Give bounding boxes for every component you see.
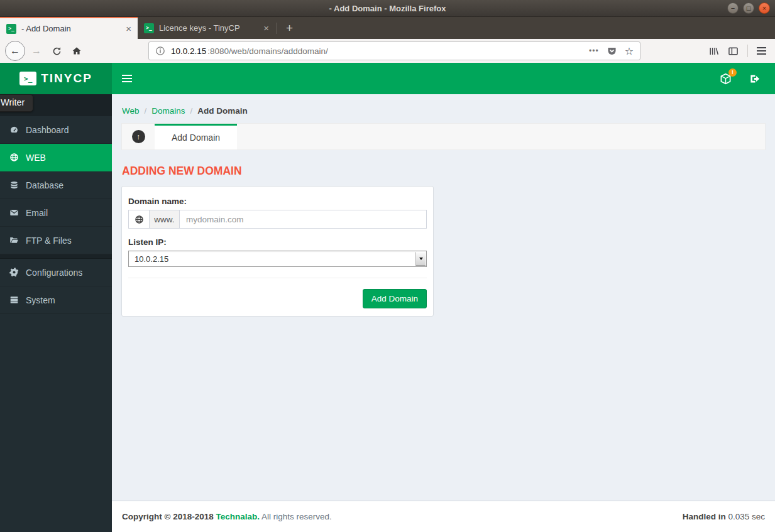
back-button[interactable]: ← <box>5 41 25 61</box>
os-tooltip-writer: Writer <box>0 94 33 112</box>
forward-button[interactable]: → <box>28 42 45 60</box>
update-badge: ! <box>728 68 737 77</box>
tinycp-app: >_ TINYCP MENU Dashboard WEB Database <box>0 63 775 532</box>
tinycp-logo[interactable]: >_ TINYCP <box>0 63 112 94</box>
folder-icon <box>9 236 19 245</box>
close-button[interactable]: × <box>759 3 770 14</box>
tab-close-icon[interactable]: × <box>263 23 269 33</box>
menu-icon[interactable] <box>757 47 766 55</box>
copyright-years: Copyright © 2018-2018 <box>122 512 214 521</box>
window-controls: − □ × <box>727 3 770 14</box>
home-button[interactable] <box>68 42 85 60</box>
sidebar-item-web[interactable]: WEB <box>0 144 112 171</box>
browser-tab-add-domain[interactable]: >_ - Add Domain × <box>0 17 138 39</box>
toolbar-right <box>708 45 770 57</box>
page-actions-icon[interactable]: ••• <box>589 46 599 55</box>
browser-tab-licence-keys[interactable]: >_ Licence keys - TinyCP × <box>138 17 275 39</box>
sidebar-item-label: Email <box>26 208 48 218</box>
tab-add-domain[interactable]: Add Domain <box>155 124 237 149</box>
sign-out-icon[interactable] <box>749 73 761 85</box>
sidebar-item-label: System <box>26 295 55 305</box>
sidebar-item-database[interactable]: Database <box>0 171 112 199</box>
tab-separator <box>277 23 277 34</box>
left-column: >_ TINYCP MENU Dashboard WEB Database <box>0 63 112 532</box>
sidebar-item-ftp-files[interactable]: FTP & Files <box>0 227 112 254</box>
library-icon[interactable] <box>708 46 719 57</box>
sidebar-item-system[interactable]: System <box>0 286 112 314</box>
add-domain-button[interactable]: Add Domain <box>363 289 427 308</box>
app-footer: Copyright © 2018-2018 Technalab. All rig… <box>112 501 775 532</box>
handled-value: 0.035 sec <box>728 512 765 521</box>
sidebar-item-label: FTP & Files <box>26 236 72 246</box>
tinycp-favicon-icon: >_ <box>144 23 154 33</box>
sidebar-divider <box>0 254 112 259</box>
url-bar[interactable]: 10.0.2.15:8080/web/domains/adddomain/ ••… <box>148 41 640 60</box>
globe-icon <box>135 215 144 224</box>
breadcrumb-current: Add Domain <box>197 106 248 116</box>
domain-input-group: www. <box>128 210 427 229</box>
maximize-button[interactable]: □ <box>743 3 754 14</box>
toolbar-divider <box>747 45 748 57</box>
url-host: 10.0.2.15 <box>171 46 206 56</box>
breadcrumb-separator: / <box>145 106 147 116</box>
gear-icon <box>9 268 19 277</box>
app-navbar: ! <box>112 63 775 94</box>
browser-toolbar: ← → 10.0.2.15:8080/web/domains/adddomain… <box>0 39 775 63</box>
info-icon[interactable] <box>155 46 165 56</box>
domain-name-label: Domain name: <box>128 197 427 206</box>
sidebar-item-label: Database <box>26 180 63 190</box>
up-button[interactable]: ↑ <box>122 124 155 149</box>
window-title: - Add Domain - Mozilla Firefox <box>329 4 446 13</box>
dashboard-icon <box>9 125 19 134</box>
screen: - Add Domain - Mozilla Firefox − □ × >_ … <box>0 0 775 532</box>
tab-title: - Add Domain <box>21 24 121 33</box>
tab-title: Licence keys - TinyCP <box>159 23 258 33</box>
url-path: :8080/web/domains/adddomain/ <box>207 46 327 56</box>
terminal-logo-icon: >_ <box>19 72 36 85</box>
breadcrumb-separator: / <box>190 106 193 116</box>
server-icon <box>9 295 19 305</box>
breadcrumb-web[interactable]: Web <box>122 106 140 116</box>
listen-ip-select[interactable]: 10.0.2.15 <box>128 251 427 267</box>
form-divider <box>128 278 427 278</box>
browser-tabbar: >_ - Add Domain × >_ Licence keys - Tiny… <box>0 17 775 39</box>
breadcrumb-domains[interactable]: Domains <box>151 106 185 116</box>
sidebar-item-configurations[interactable]: Configurations <box>0 259 112 286</box>
technalab-link[interactable]: Technalab. <box>216 512 260 521</box>
minimize-button[interactable]: − <box>727 3 739 14</box>
main-column: ! Web / Domains / Add Domain ↑ A <box>112 63 775 532</box>
up-arrow-icon: ↑ <box>132 130 145 143</box>
sidebar-item-label: WEB <box>26 153 46 163</box>
tinycp-favicon-icon: >_ <box>6 24 16 34</box>
listen-ip-label: Listen IP: <box>128 237 427 247</box>
window-titlebar: - Add Domain - Mozilla Firefox − □ × <box>0 0 775 17</box>
content-tabstrip: ↑ Add Domain <box>121 123 766 150</box>
reload-icon <box>52 46 62 56</box>
domain-name-input[interactable] <box>180 210 427 229</box>
handled-label: Handled in <box>683 512 726 521</box>
new-tab-button[interactable]: + <box>278 17 300 39</box>
sidebar-item-dashboard[interactable]: Dashboard <box>0 116 112 144</box>
sidebar-collapse-icon[interactable] <box>122 75 132 82</box>
sidebar-toggle-icon[interactable] <box>728 46 739 57</box>
sidebar-item-email[interactable]: Email <box>0 199 112 227</box>
add-domain-panel: Domain name: www. Listen IP: 10.0.2.15 <box>121 186 434 317</box>
page-content: Web / Domains / Add Domain ↑ Add Domain … <box>112 94 775 501</box>
handled-time: Handled in 0.035 sec <box>683 512 765 521</box>
rights-text: All rights reserved. <box>261 512 332 521</box>
reload-button[interactable] <box>48 42 65 60</box>
home-icon <box>72 46 82 56</box>
copyright-text: Copyright © 2018-2018 Technalab. All rig… <box>122 512 332 521</box>
logo-text: TINYCP <box>41 72 92 85</box>
breadcrumb: Web / Domains / Add Domain <box>122 106 766 116</box>
select-dropdown-button[interactable] <box>415 252 426 266</box>
bookmark-star-icon[interactable]: ☆ <box>625 45 634 57</box>
www-prefix: www. <box>150 210 180 229</box>
page-title: ADDING NEW DOMAIN <box>122 165 766 178</box>
sidebar-item-label: Dashboard <box>26 125 69 135</box>
envelope-icon <box>9 208 19 217</box>
pocket-icon[interactable] <box>607 46 617 57</box>
listen-ip-value: 10.0.2.15 <box>135 254 168 264</box>
tab-close-icon[interactable]: × <box>126 23 131 34</box>
updates-button[interactable]: ! <box>720 73 732 85</box>
